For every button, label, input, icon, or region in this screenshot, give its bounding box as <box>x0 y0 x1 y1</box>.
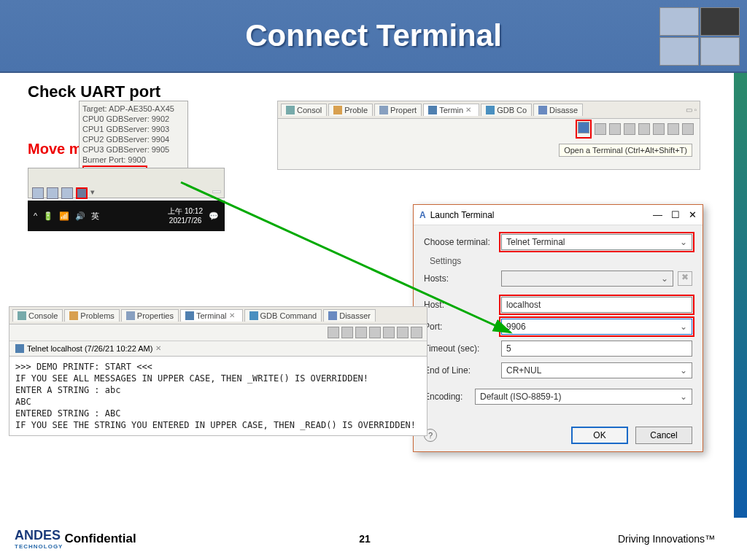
choose-terminal-label: Choose terminal: <box>424 237 497 247</box>
tab-terminal[interactable]: Terminal ✕ <box>180 309 243 322</box>
port-label: Port: <box>424 322 497 332</box>
brand-logo: ANDES TECHNOLOGY <box>15 528 63 550</box>
toolbar-icon[interactable] <box>355 327 367 338</box>
open-terminal-button[interactable] <box>576 120 592 139</box>
tab-gdb[interactable]: GDB Command <box>244 309 322 322</box>
terminal-icon <box>185 311 194 320</box>
toolbar-icon[interactable] <box>397 327 409 338</box>
terminal-output[interactable]: >>> DEMO PRINTF: START <<< IF YOU SEE AL… <box>9 357 427 435</box>
hosts-select[interactable] <box>501 271 673 287</box>
tooltip-cpu2: CPU2 GDBServer: 9904 <box>82 134 185 144</box>
terminal-view-top: Consol Proble Propert Termin ✕ GDB Co Di… <box>277 101 700 170</box>
tooltip-burner: Burner Port: 9900 <box>82 155 185 165</box>
gdb-icon <box>486 106 495 114</box>
problems-icon <box>69 311 78 320</box>
section-heading: Check UART port <box>28 82 160 101</box>
page-number: 21 <box>359 533 371 545</box>
ok-button[interactable]: OK <box>571 427 628 444</box>
console-icon <box>286 106 295 114</box>
host-label: Host: <box>424 300 497 310</box>
slide-title: Connect Terminal <box>0 0 747 53</box>
wifi-icon[interactable]: 📶 <box>59 211 69 221</box>
tab-bar-bottom: Console Problems Properties Terminal ✕ G… <box>9 307 427 324</box>
toolbar-icon[interactable] <box>328 327 339 338</box>
terminal-toolbar <box>278 119 700 139</box>
tab-properties[interactable]: Properties <box>121 309 179 322</box>
toolbar-icon[interactable] <box>667 123 679 135</box>
choose-terminal-select[interactable]: Telnet Terminal <box>501 234 692 250</box>
tab-problems[interactable]: Proble <box>328 104 373 116</box>
tray-target-icon[interactable] <box>76 187 88 199</box>
properties-icon <box>379 106 388 114</box>
volume-icon[interactable]: 🔊 <box>75 211 85 221</box>
tooltip-cpu1: CPU1 GDBServer: 9903 <box>82 124 185 134</box>
tooltip-cpu3: CPU3 GDBServer: 9905 <box>82 144 185 155</box>
toolbar-icon[interactable] <box>341 327 353 338</box>
problems-icon <box>333 106 342 114</box>
toolbar-icon[interactable] <box>682 123 694 135</box>
minimize-icon[interactable]: ▭ ▫ <box>686 106 697 114</box>
close-icon[interactable]: ✕ <box>465 106 474 114</box>
slide-header: Connect Terminal <box>0 0 747 73</box>
terminal-open-icon <box>578 122 589 133</box>
toolbar-icon[interactable] <box>411 327 422 338</box>
terminal-icon <box>15 344 24 353</box>
eol-select[interactable]: CR+NUL <box>501 362 692 378</box>
close-button[interactable]: ✕ <box>689 209 697 220</box>
chevron-up-icon[interactable]: ^ <box>34 211 37 220</box>
delete-host-button[interactable]: ✖ <box>678 271 692 286</box>
host-input[interactable]: localhost <box>501 297 692 313</box>
eol-label: End of Line: <box>424 365 497 376</box>
scrollbar[interactable] <box>212 190 221 193</box>
chevron-down-icon[interactable]: ▾ <box>90 187 96 199</box>
dialog-title: Launch Terminal <box>430 210 495 220</box>
tab-console[interactable]: Console <box>12 309 63 322</box>
dialog-titlebar[interactable]: A Launch Terminal — ☐ ✕ <box>414 205 703 225</box>
tab-disassembly[interactable]: Disasse <box>533 104 583 116</box>
tab-problems[interactable]: Problems <box>64 309 119 322</box>
ime-icon[interactable]: 英 <box>91 211 99 222</box>
toolbar-icon[interactable] <box>653 123 665 135</box>
tab-properties[interactable]: Propert <box>374 104 422 116</box>
tab-gdb[interactable]: GDB Co <box>481 104 532 116</box>
minimize-button[interactable]: — <box>653 209 662 220</box>
toolbar-icon[interactable] <box>383 327 395 338</box>
tray-icon[interactable] <box>32 187 44 199</box>
close-icon[interactable]: ✕ <box>155 344 164 353</box>
notification-icon[interactable]: 💬 <box>209 211 219 221</box>
tray-icon[interactable] <box>61 187 73 199</box>
console-icon <box>18 311 26 320</box>
hosts-label: Hosts: <box>424 273 497 284</box>
launch-terminal-dialog: A Launch Terminal — ☐ ✕ Choose terminal:… <box>413 204 703 452</box>
toolbar-icon[interactable] <box>638 123 650 135</box>
toolbar-icon[interactable] <box>595 123 606 135</box>
tooltip-target: Target: ADP-AE350-AX45 <box>82 104 185 114</box>
toolbar-icon[interactable] <box>369 327 381 338</box>
timeout-input[interactable]: 5 <box>501 341 692 357</box>
toolbar-icon[interactable] <box>624 123 635 135</box>
open-terminal-tooltip: Open a Terminal (Ctrl+Alt+Shift+T) <box>559 144 692 157</box>
terminal-session-tab[interactable]: Telnet localhost (7/26/21 10:22 AM) ✕ <box>9 341 427 357</box>
settings-label: Settings <box>430 256 692 266</box>
cancel-button[interactable]: Cancel <box>635 427 692 444</box>
slide-footer: ANDES TECHNOLOGY Confidential 21 Driving… <box>0 528 729 550</box>
logo-grid <box>659 7 740 66</box>
port-input[interactable]: 9906 <box>501 319 692 335</box>
tab-bar-top: Consol Proble Propert Termin ✕ GDB Co Di… <box>278 101 700 119</box>
tooltip-cpu0: CPU0 GDBServer: 9902 <box>82 114 185 124</box>
tab-terminal[interactable]: Termin ✕ <box>423 104 479 116</box>
taskbar-clock[interactable]: 上午 10:12 2021/7/26 <box>168 206 203 225</box>
tab-console[interactable]: Consol <box>281 104 327 116</box>
disasm-icon <box>538 106 547 114</box>
toolbar-icon[interactable] <box>609 123 621 135</box>
tagline: Driving Innovations™ <box>618 533 715 545</box>
properties-icon <box>126 311 135 320</box>
tab-disassembly[interactable]: Disasser <box>323 309 376 322</box>
close-icon[interactable]: ✕ <box>229 311 238 320</box>
maximize-button[interactable]: ☐ <box>671 209 680 220</box>
gdb-icon <box>249 311 258 320</box>
battery-icon[interactable]: 🔋 <box>43 211 53 221</box>
encoding-select[interactable]: Default (ISO-8859-1) <box>475 389 692 405</box>
disasm-icon <box>328 311 337 320</box>
tray-icon[interactable] <box>47 187 58 199</box>
